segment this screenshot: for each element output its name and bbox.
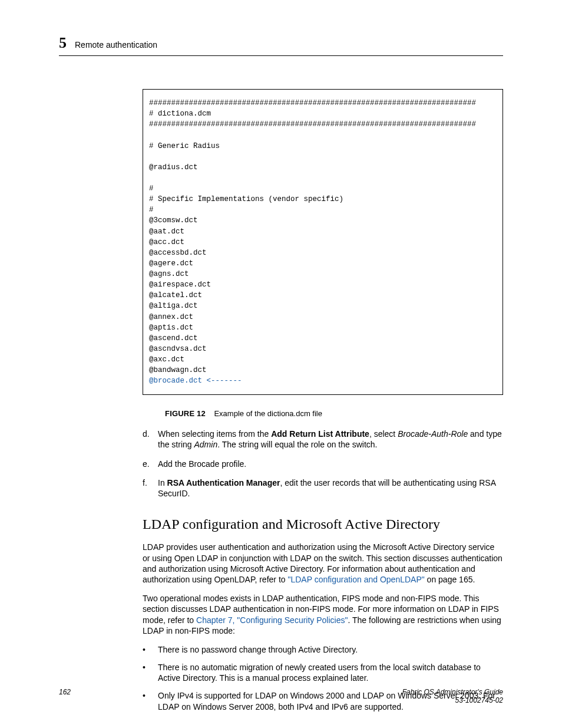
step-list: d. When selecting items from the Add Ret… [143,429,503,499]
code-line: @aat.dct [149,228,184,236]
step-marker: d. [143,429,158,450]
step-e: e. Add the Brocade profile. [143,459,503,469]
link-chapter-7[interactable]: Chapter 7, "Configuring Security Policie… [196,615,348,625]
link-ldap-openldap[interactable]: "LDAP configuration and OpenLDAP" [287,575,424,584]
code-line: # [149,206,154,214]
code-line: # Specific Implementations (vendor speci… [149,195,343,203]
footer-title: Fabric OS Administrator's Guide [402,688,503,696]
code-line: @altiga.dct [149,302,198,310]
code-line: @aptis.dct [149,324,193,332]
code-line: @ascend.dct [149,334,198,342]
figure-caption: FIGURE 12 Example of the dictiona.dcm fi… [165,409,503,419]
code-line: @annex.dct [149,313,193,321]
bullet-icon: • [143,662,158,683]
code-line: ########################################… [149,99,476,107]
code-line-highlight: @brocade.dct <------- [149,377,242,385]
bullet-text: There is no password change through Acti… [158,644,503,655]
step-body: When selecting items from the Add Return… [158,429,503,450]
page-footer: 162 Fabric OS Administrator's Guide 53-1… [59,688,503,704]
code-line: @accessbd.dct [149,249,207,257]
page-header: 5 Remote authentication [59,34,503,56]
code-line: @3comsw.dct [149,216,198,225]
code-line: # Generic Radius [149,142,220,150]
code-line: @agere.dct [149,259,193,268]
code-line: @acc.dct [149,238,184,246]
footer-right: Fabric OS Administrator's Guide 53-10027… [402,688,503,704]
code-line: @agns.dct [149,270,189,278]
bullet-icon: • [143,644,158,655]
figure-text: Example of the dictiona.dcm file [214,409,322,418]
code-line: @axc.dct [149,355,184,364]
code-line: @radius.dct [149,163,198,172]
section-heading: LDAP configuration and Microsoft Active … [143,515,503,533]
list-item: • There is no password change through Ac… [143,644,503,655]
code-line: @airespace.dct [149,281,211,289]
step-body: Add the Brocade profile. [158,459,503,469]
list-item: • There is no automatic migration of new… [143,662,503,683]
figure-label: FIGURE 12 [165,409,206,418]
code-line: @ascndvsa.dct [149,345,207,353]
code-line: ########################################… [149,120,476,129]
step-f: f. In RSA Authentication Manager, edit t… [143,477,503,499]
footer-docnum: 53-1002745-02 [402,696,503,704]
code-line: # dictiona.dcm [149,110,211,118]
step-marker: e. [143,459,158,469]
step-d: d. When selecting items from the Add Ret… [143,429,503,450]
bullet-text: There is no automatic migration of newly… [158,662,503,683]
code-line: @alcatel.dct [149,291,202,299]
code-listing: ########################################… [143,89,503,395]
chapter-title: Remote authentication [75,40,157,50]
paragraph: Two operational modes exists in LDAP aut… [143,593,503,636]
step-marker: f. [143,477,158,499]
code-line: @bandwagn.dct [149,366,207,374]
page-number: 162 [59,688,71,704]
code-line: # [149,185,154,193]
step-body: In RSA Authentication Manager, edit the … [158,477,503,499]
main-content: ########################################… [143,89,503,712]
paragraph: LDAP provides user authentication and au… [143,542,503,585]
chapter-number: 5 [59,34,67,52]
